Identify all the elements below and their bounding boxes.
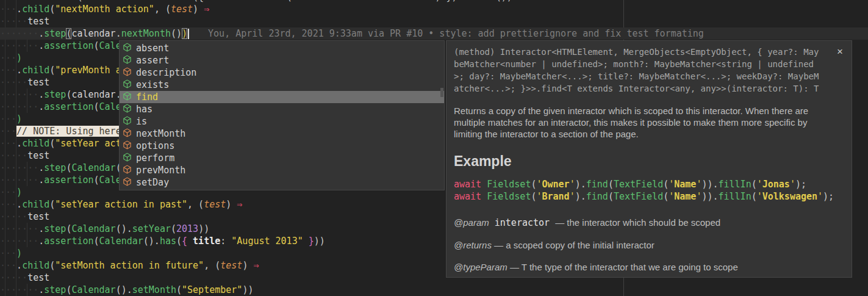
- suggestion-item-find[interactable]: find: [120, 91, 444, 103]
- suggestion-label: find: [136, 92, 158, 103]
- code-token: Jonas: [762, 179, 790, 190]
- code-token: ': [570, 179, 575, 190]
- method-cube-icon: [123, 104, 136, 115]
- code-token: assertion: [44, 101, 93, 112]
- code-token: (): [171, 28, 182, 39]
- example-code-line: await Fieldset('Owner').find(TextField('…: [454, 178, 844, 190]
- code-token: "nextMonth action": [55, 4, 154, 15]
- code-token: Cale: [99, 101, 121, 112]
- method-cube-icon: [123, 92, 136, 103]
- suggestion-item-setDay[interactable]: setDay: [120, 176, 444, 189]
- code-token: )): [242, 284, 253, 295]
- code-token: Calendar: [71, 223, 115, 234]
- code-token: ····: [0, 0, 22, 2]
- suggestion-item-is[interactable]: is: [120, 115, 444, 128]
- suggestion-item-options[interactable]: options: [120, 140, 444, 152]
- code-token: test: [27, 150, 49, 161]
- suggestion-item-prevMonth[interactable]: prevMonth: [120, 164, 444, 176]
- code-token: await: [454, 179, 487, 190]
- suggestion-label: description: [136, 67, 196, 78]
- code-line: ·······.step(Calendar().setMonth("Septem…: [0, 284, 868, 296]
- jsdoc-tag-line: @typeParam — T the type of the interacto…: [454, 262, 844, 272]
- code-token: child: [22, 260, 49, 271]
- code-token: ·······: [0, 101, 38, 112]
- suggestion-item-exists[interactable]: exists: [120, 79, 444, 91]
- code-token: test: [220, 260, 242, 271]
- code-token: setYear: [132, 223, 171, 234]
- code-token: test: [27, 211, 49, 222]
- code-token: ().: [116, 284, 132, 295]
- code-token: ): [16, 114, 22, 125]
- example-code-line: await Fieldset('Brand').find(TextField('…: [454, 190, 844, 203]
- code-token: ): [226, 199, 237, 210]
- code-token: .: [38, 236, 44, 247]
- code-token: ⇒: [253, 260, 259, 271]
- code-token: step: [44, 162, 66, 173]
- code-token: ().: [143, 236, 160, 247]
- suggestion-item-perform[interactable]: perform: [120, 152, 444, 164]
- code-token: (: [94, 175, 99, 186]
- method-signature: (method) Interactor<HTMLElement, MergeOb…: [454, 46, 838, 95]
- suggestion-item-absent[interactable]: absent: [120, 42, 444, 54]
- code-token: ···: [0, 260, 16, 271]
- code-token: (: [171, 223, 176, 234]
- close-icon[interactable]: ×: [837, 46, 843, 57]
- code-token: ({: [193, 0, 209, 2]
- code-token: ): [242, 260, 253, 271]
- code-token: .: [38, 175, 44, 186]
- code-token: .: [16, 260, 22, 271]
- code-token: ·····: [0, 211, 27, 222]
- code-token: ().: [116, 223, 132, 234]
- code-token: Fieldset: [487, 179, 531, 190]
- code-token: (: [176, 284, 182, 295]
- code-token: "August 2013": [231, 236, 303, 247]
- example-code: await Fieldset('Owner').find(TextField('…: [454, 178, 844, 203]
- code-token: "September": [182, 284, 242, 295]
- code-token: CalendarWithControls: [82, 0, 193, 2]
- code-token: (: [751, 191, 757, 202]
- code-token: :: [220, 236, 231, 247]
- code-token: Cale: [99, 40, 121, 51]
- code-token: ): [16, 248, 22, 259]
- code-token: test: [27, 16, 49, 27]
- code-token: step: [44, 284, 66, 295]
- code-token: (: [49, 4, 55, 15]
- code-token: .: [16, 138, 22, 149]
- autocomplete-popup[interactable]: absentassertdescriptionexistsfindhasisne…: [119, 40, 445, 190]
- jsdoc-tags: @param interactor — the interactor which…: [454, 217, 844, 272]
- code-token: )): [198, 223, 209, 234]
- code-token: Name: [674, 179, 696, 190]
- code-token: ·····: [0, 16, 27, 27]
- code-token: ': [536, 191, 542, 202]
- suggestion-item-nextMonth[interactable]: nextMonth: [120, 128, 444, 140]
- code-token: (: [663, 191, 669, 202]
- code-token: "setYear act: [55, 138, 121, 149]
- code-token: test: [27, 272, 49, 283]
- code-token: ·······: [0, 28, 38, 39]
- code-token: (: [663, 179, 669, 190]
- code-token: exists: [463, 0, 496, 2]
- code-token: ': [536, 179, 542, 190]
- code-token: step: [44, 223, 66, 234]
- field-cube-icon: [123, 177, 136, 189]
- suggestion-item-has[interactable]: has: [120, 103, 444, 115]
- code-editor[interactable]: ····.assertion(CalendarWithControls({ da…: [0, 0, 868, 296]
- code-token: .: [38, 223, 44, 234]
- code-token: Calendar: [99, 236, 143, 247]
- suggest-scrollbar[interactable]: [440, 88, 443, 97]
- code-token: ) }).: [435, 0, 462, 2]
- code-token: , (: [154, 4, 171, 15]
- code-token: find: [586, 191, 608, 202]
- example-heading: Example: [454, 153, 844, 170]
- jsdoc-tag-text: — a scoped copy of the initial interacto…: [492, 240, 655, 250]
- suggestion-item-description[interactable]: description: [120, 67, 444, 79]
- code-token: (: [287, 0, 292, 2]
- code-token: await: [454, 191, 487, 202]
- code-token: ': [669, 179, 674, 190]
- code-token: ': [790, 179, 795, 190]
- suggestion-label: absent: [136, 43, 169, 54]
- field-cube-icon: [123, 67, 136, 79]
- code-token: (: [94, 236, 99, 247]
- suggestion-item-assert[interactable]: assert: [120, 54, 444, 67]
- code-token: new: [242, 0, 264, 2]
